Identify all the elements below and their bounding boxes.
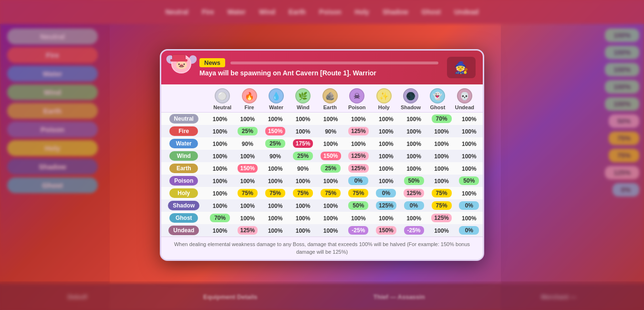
cell-value: 100% — [268, 227, 283, 234]
footer-text: When dealing elemental weakness damage t… — [174, 241, 470, 254]
cell-value: 100% — [323, 227, 338, 234]
cell-value: 100% — [240, 215, 255, 222]
water-icon-circle: 💧 — [269, 88, 284, 103]
modal-overlay: 🐷 News Maya will be spawning on Ant Cave… — [0, 0, 644, 310]
cell-value: 100% — [296, 178, 311, 185]
cell-value: 25% — [293, 152, 313, 160]
table-row: Fire100%25%150%100%90%125%100%100%100%10… — [161, 125, 483, 137]
cell-4-2: 100% — [261, 162, 289, 175]
icon-wind: 🌿 Wind — [290, 88, 316, 110]
cell-value: 100% — [406, 128, 421, 135]
cell-1-7: 100% — [400, 125, 427, 137]
cell-value: 70% — [432, 114, 452, 123]
cell-4-7: 100% — [400, 162, 427, 175]
cell-value: 100% — [240, 116, 255, 123]
earth-icon-circle: 🪨 — [322, 88, 338, 103]
cell-5-3: 100% — [289, 175, 317, 187]
cell-2-6: 100% — [372, 137, 400, 150]
table-row: Water100%90%25%175%100%100%100%100%100%1… — [161, 137, 483, 150]
cell-7-3: 100% — [289, 199, 317, 212]
cell-value: 100% — [268, 215, 283, 222]
cell-1-9: 100% — [456, 125, 483, 137]
cell-value: 100% — [406, 116, 421, 123]
holy-icon-label: Holy — [378, 104, 390, 110]
table-row: Wind100%100%90%25%150%125%100%100%100%10… — [161, 150, 483, 162]
cell-3-1: 100% — [234, 150, 261, 162]
cell-value: 100% — [379, 128, 394, 135]
ghost-icon-label: Ghost — [430, 104, 446, 110]
cell-value: 100% — [379, 153, 394, 160]
cell-3-0: 100% — [207, 150, 234, 162]
cell-6-7: 125% — [400, 187, 427, 199]
cell-value: 100% — [462, 128, 477, 135]
row-label-undead: Undead — [168, 226, 199, 235]
cell-value: 150% — [376, 226, 396, 235]
cell-2-5: 100% — [344, 137, 372, 150]
cell-6-0: 100% — [207, 187, 234, 199]
cell-value: 100% — [296, 128, 311, 135]
cell-4-9: 100% — [456, 162, 483, 175]
cell-value: 175% — [293, 139, 313, 148]
icon-ghost: 👻 Ghost — [424, 88, 451, 110]
poison-icon-circle: ☠ — [349, 88, 364, 103]
cell-value: 100% — [213, 141, 228, 147]
cell-0-0: 100% — [207, 113, 234, 125]
row-label-ghost: Ghost — [169, 213, 198, 223]
cell-6-8: 75% — [428, 187, 456, 199]
cell-value: 100% — [406, 215, 421, 222]
cell-value: 100% — [406, 165, 421, 172]
cell-0-2: 100% — [261, 113, 289, 125]
news-tag: News — [199, 58, 225, 67]
cell-value: 125% — [348, 127, 369, 135]
icon-undead: 💀 Undead — [451, 88, 478, 110]
cell-value: 100% — [323, 178, 338, 185]
cell-3-8: 100% — [428, 150, 456, 162]
neutral-icon-label: Neutral — [213, 104, 231, 110]
cell-1-4: 90% — [317, 125, 344, 137]
cell-6-9: 100% — [456, 187, 483, 199]
cell-value: 100% — [323, 116, 338, 123]
table-row: Earth100%150%100%90%25%125%100%100%100%1… — [161, 162, 483, 175]
row-label-earth: Earth — [169, 164, 198, 173]
cell-value: 100% — [213, 203, 228, 209]
cell-2-7: 100% — [400, 137, 427, 150]
earth-icon-label: Earth — [323, 104, 337, 110]
cell-4-4: 25% — [317, 162, 344, 175]
cell-value: -25% — [348, 226, 368, 235]
cell-value: 75% — [293, 189, 313, 197]
cell-4-1: 150% — [234, 162, 261, 175]
cell-value: 100% — [434, 141, 449, 147]
cell-value: 125% — [238, 226, 258, 235]
cell-4-6: 100% — [372, 162, 400, 175]
cell-value: 100% — [213, 128, 228, 135]
cell-5-0: 100% — [207, 175, 234, 187]
icon-holy: ✨ Holy — [370, 88, 397, 110]
cell-8-9: 100% — [456, 212, 483, 224]
wind-icon-circle: 🌿 — [295, 88, 311, 103]
cell-7-0: 100% — [207, 199, 234, 212]
cell-8-7: 100% — [400, 212, 427, 224]
cell-value: 100% — [268, 203, 283, 209]
cell-value: 50% — [404, 176, 424, 185]
cell-value: 100% — [240, 203, 255, 209]
cell-value: 100% — [213, 153, 228, 160]
cell-0-8: 70% — [428, 113, 456, 125]
right-avatar: 🧙 — [447, 57, 476, 78]
damage-table: Neutral100%100%100%100%100%100%100%100%7… — [161, 113, 483, 237]
cell-7-6: 125% — [372, 199, 400, 212]
cell-0-3: 100% — [289, 113, 317, 125]
cell-3-5: 125% — [344, 150, 372, 162]
poison-icon-label: Poison — [348, 104, 366, 110]
cell-8-2: 100% — [261, 212, 289, 224]
ghost-icon-circle: 👻 — [430, 88, 445, 103]
cell-2-2: 25% — [261, 137, 289, 150]
cell-7-1: 100% — [234, 199, 261, 212]
cell-1-3: 100% — [289, 125, 317, 137]
cell-value: 100% — [213, 165, 228, 172]
neutral-icon-circle: ⚪ — [215, 88, 230, 103]
cell-value: 100% — [434, 165, 449, 172]
cell-7-4: 100% — [317, 199, 344, 212]
row-label-wind: Wind — [169, 151, 198, 161]
cell-5-7: 50% — [400, 175, 427, 187]
damage-table-scroll[interactable]: Neutral100%100%100%100%100%100%100%100%7… — [161, 113, 483, 237]
